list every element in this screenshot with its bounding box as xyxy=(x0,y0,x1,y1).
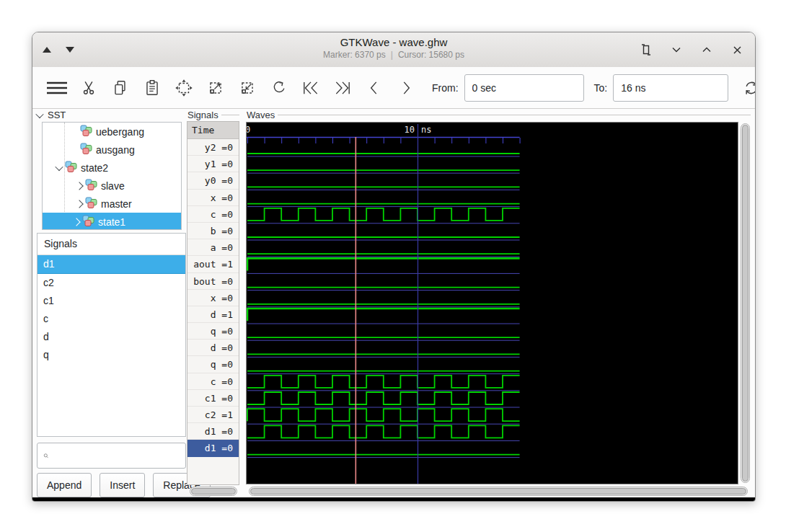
screenshot-root: GTKWave - wave.ghw Marker: 6370 ps|Curso… xyxy=(0,0,786,532)
waves-vscrollbar[interactable] xyxy=(741,123,750,483)
undo-button[interactable] xyxy=(263,73,295,103)
paste-button[interactable] xyxy=(136,73,168,103)
action-button-row: AppendInsertReplace xyxy=(37,473,188,497)
scope-icon-wrap xyxy=(82,215,94,229)
scope-icon xyxy=(82,215,94,226)
chevron-down-icon xyxy=(35,110,43,118)
sst-label: SST xyxy=(48,110,66,120)
expander-right-icon[interactable] xyxy=(71,219,82,225)
main-area: SST uebergangausgangstate2slavemastersta… xyxy=(32,109,755,497)
sst-tree-item-slave[interactable]: slave xyxy=(43,177,181,195)
signal-value-row-c1[interactable]: c1 =0 xyxy=(187,390,239,407)
search-input[interactable] xyxy=(49,443,185,469)
tree-item-label: master xyxy=(101,198,132,210)
signal-value-row-q[interactable]: q =0 xyxy=(187,356,239,373)
chevron-right-icon xyxy=(75,200,83,208)
scope-icon-wrap xyxy=(85,197,97,210)
sst-tree: uebergangausgangstate2slavemasterstate1 xyxy=(42,122,182,230)
chevron-right-icon xyxy=(75,182,83,190)
titlebar[interactable]: GTKWave - wave.ghw Marker: 6370 ps|Curso… xyxy=(32,32,755,68)
wave-canvas[interactable]: 010ns xyxy=(246,122,738,484)
sst-tree-item-state2[interactable]: state2 xyxy=(43,159,181,177)
signal-value-row-y0[interactable]: y0 =0 xyxy=(187,172,239,189)
marker-readout: Marker: 6370 ps xyxy=(323,50,386,60)
toolbar: From: To: xyxy=(32,67,755,109)
menu-button[interactable] xyxy=(41,73,73,103)
step-right-button[interactable] xyxy=(390,73,422,103)
scope-icon-wrap xyxy=(80,143,92,156)
shade-down-icon[interactable] xyxy=(66,47,74,53)
cut-button[interactable] xyxy=(73,73,105,103)
signal-value-row-c2[interactable]: c2 =1 xyxy=(187,407,239,423)
keep-above-icon[interactable] xyxy=(640,43,653,56)
zoom-fit-button[interactable] xyxy=(168,73,200,103)
sst-tree-item-uebergang[interactable]: uebergang xyxy=(43,123,181,141)
signal-value-row-c[interactable]: c =0 xyxy=(187,206,239,223)
expander-right-icon[interactable] xyxy=(74,183,85,189)
chevron-down-icon xyxy=(55,162,63,170)
signal-value-row-y1[interactable]: y1 =0 xyxy=(187,156,239,172)
wave-c xyxy=(247,376,520,388)
reload-button[interactable] xyxy=(736,73,756,103)
sst-expander[interactable]: SST xyxy=(37,109,66,121)
scope-icon xyxy=(80,125,92,136)
copy-button[interactable] xyxy=(105,73,136,103)
signal-value-row-q[interactable]: q =0 xyxy=(187,323,239,340)
sst-tree-item-state1[interactable]: state1 xyxy=(43,213,181,230)
signal-value-row-y2[interactable]: y2 =0 xyxy=(187,139,239,156)
signals-list-item-q[interactable]: q xyxy=(37,346,185,364)
insert-button[interactable]: Insert xyxy=(100,473,145,497)
signal-search[interactable] xyxy=(37,443,186,469)
timeline-major-label: 10 xyxy=(405,125,415,135)
tree-item-label: uebergang xyxy=(96,126,144,138)
minimize-icon[interactable] xyxy=(670,43,683,56)
expander-down-icon[interactable] xyxy=(53,165,65,171)
wave-c1 xyxy=(247,392,520,404)
shade-up-icon[interactable] xyxy=(43,47,51,53)
signals-list-item-c1[interactable]: c1 xyxy=(37,292,185,310)
tree-item-label: state1 xyxy=(98,216,125,228)
signal-value-row-x[interactable]: x =0 xyxy=(187,190,239,206)
sst-tree-item-master[interactable]: master xyxy=(43,195,181,213)
signal-value-row-d[interactable]: d =1 xyxy=(187,306,239,323)
to-label: To: xyxy=(594,82,608,94)
signal-value-row-bout[interactable]: bout =0 xyxy=(187,273,239,290)
signal-value-row-c[interactable]: c =0 xyxy=(187,373,239,390)
signals-list-item-c[interactable]: c xyxy=(37,310,185,328)
signal-value-row-aout[interactable]: aout =1 xyxy=(187,256,239,272)
timeline-unit-label: ns xyxy=(421,125,431,135)
signal-value-row-d1[interactable]: d1 =0 xyxy=(187,423,239,440)
tree-item-label: state2 xyxy=(81,162,108,174)
from-label: From: xyxy=(432,82,459,94)
to-input[interactable] xyxy=(613,74,728,102)
skip-to-end-button[interactable] xyxy=(327,73,358,103)
wave-c2 xyxy=(247,409,520,421)
signal-value-row-d[interactable]: d =0 xyxy=(187,340,239,356)
gtkwave-window: GTKWave - wave.ghw Marker: 6370 ps|Curso… xyxy=(32,32,756,502)
scope-icon-wrap xyxy=(85,179,97,192)
timeline-zero-label: 0 xyxy=(247,125,250,135)
signals-list-item-c2[interactable]: c2 xyxy=(37,274,185,292)
tree-item-label: ausgang xyxy=(96,144,135,156)
zoom-out-button[interactable] xyxy=(231,73,263,103)
maximize-icon[interactable] xyxy=(700,43,713,56)
signal-value-row-a[interactable]: a =0 xyxy=(187,239,239,256)
signal-value-row-b[interactable]: b =0 xyxy=(187,223,239,239)
signal-value-row-x[interactable]: x =0 xyxy=(187,290,239,306)
skip-to-start-button[interactable] xyxy=(295,73,327,103)
signal-value-row-d1[interactable]: d1 =0 xyxy=(187,440,239,456)
signals-list-item-d1[interactable]: d1 xyxy=(37,255,185,274)
close-icon[interactable] xyxy=(730,43,743,56)
scope-icon xyxy=(85,197,97,208)
append-button[interactable]: Append xyxy=(37,473,92,497)
zoom-in-button[interactable] xyxy=(200,73,231,103)
step-left-button[interactable] xyxy=(358,73,390,103)
time-header[interactable]: Time xyxy=(187,122,239,139)
waves-hscrollbar[interactable] xyxy=(249,487,748,496)
from-input[interactable] xyxy=(464,74,584,102)
expander-right-icon[interactable] xyxy=(74,201,85,207)
signals-list-item-d[interactable]: d xyxy=(37,328,185,346)
signals-hscrollbar[interactable] xyxy=(190,487,237,496)
sst-tree-item-ausgang[interactable]: ausgang xyxy=(43,141,181,159)
waves-frame-label: Waves xyxy=(247,110,275,120)
